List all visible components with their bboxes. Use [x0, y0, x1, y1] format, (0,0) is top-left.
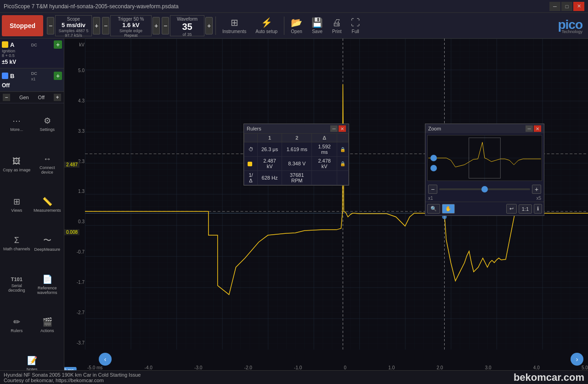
waveform-plus-button[interactable]: +	[205, 17, 213, 34]
pico-logo: pico Technology	[558, 17, 586, 34]
sidebar-tool-copy-image[interactable]: 🖼 Copy as image	[2, 143, 32, 185]
auto-setup-button[interactable]: ⚡ Auto setup	[252, 15, 281, 36]
zoom-scale-labels: x1 x5	[425, 196, 544, 202]
sidebar-tool-actions[interactable]: 🎬 Actions	[33, 306, 62, 344]
stopped-button[interactable]: Stopped	[2, 15, 43, 36]
channel-a-dc: DC	[31, 43, 37, 47]
channel-a-indicator	[2, 41, 8, 48]
channel-a-add-button[interactable]: +	[54, 40, 62, 49]
math-label: Math channels	[3, 247, 30, 251]
scope-minus-button[interactable]: −	[47, 17, 54, 34]
zoom-in-button[interactable]: +	[532, 185, 541, 194]
zoom-minimize-button[interactable]: ─	[526, 125, 533, 132]
sidebar-tool-deep[interactable]: 〜 DeepMeasure	[33, 224, 62, 262]
channel-b-range: Off	[2, 81, 62, 90]
save-label: Save	[312, 29, 322, 34]
zoom-info-button[interactable]: ℹ	[534, 204, 542, 214]
measurements-icon: 📏	[42, 197, 52, 207]
zoom-hand-button[interactable]: ✋	[442, 204, 455, 214]
x-label-neg5: -5.0 ms	[87, 365, 102, 370]
sidebar-tool-more[interactable]: ⋯ More...	[2, 105, 32, 142]
trigger-minus-button[interactable]: −	[102, 17, 109, 34]
x-label-3: 3.0	[485, 365, 492, 370]
zoom-left-handle[interactable]	[430, 155, 437, 161]
channel-b: B DC x1 + Off	[0, 68, 64, 92]
sidebar-tool-settings[interactable]: ⚙ Settings	[33, 105, 62, 142]
nav-arrow-right[interactable]: ›	[571, 353, 583, 366]
zoom-close-button[interactable]: ✕	[534, 125, 541, 132]
x-label-5: 5.0	[582, 365, 588, 370]
minimize-button[interactable]: ─	[549, 2, 560, 11]
trigger-plus-button[interactable]: +	[153, 17, 160, 34]
status-text: Hyundai NF Sonata 2005 190K km Car in Co…	[4, 372, 514, 383]
sidebar-tool-reference[interactable]: 📄 Reference waveforms	[33, 264, 62, 305]
sidebar-tool-rulers[interactable]: ✏ Rulers	[2, 306, 32, 344]
x-label-neg2: -2.0	[244, 365, 252, 370]
rulers-col0	[244, 134, 258, 142]
sidebar-tool-math[interactable]: Σ Math channels	[2, 224, 32, 262]
zoom-bottom-handle[interactable]	[430, 165, 437, 171]
auto-setup-label: Auto setup	[255, 29, 277, 34]
rulers-row1-col1: 26.3 μs	[258, 142, 282, 157]
full-button[interactable]: ⛶ Full	[347, 15, 364, 36]
instruments-button[interactable]: ⊞ Instruments	[219, 15, 250, 36]
rulers-row2-col1: 2.487 kV	[258, 157, 282, 171]
sidebar-tool-serial[interactable]: T101 Serial decoding	[2, 264, 32, 305]
deep-icon: 〜	[43, 235, 51, 246]
sidebar-tool-measurements[interactable]: 📏 Measurements	[33, 186, 62, 223]
rulers-titlebar[interactable]: Rulers ─ ✕	[244, 124, 349, 133]
trigger-group: Trigger 50 % 1.6 kV Simple edge Repeat	[110, 15, 152, 36]
rulers-title: Rulers	[247, 126, 261, 131]
zoom-reset-button[interactable]: 1:1	[519, 204, 532, 214]
gen-label: Gen	[19, 95, 29, 100]
more-icon: ⋯	[12, 116, 21, 126]
zoom-x5-label: x5	[536, 196, 541, 201]
close-button[interactable]: ✕	[573, 2, 584, 11]
auto-setup-icon: ⚡	[261, 17, 272, 28]
reference-label: Reference waveforms	[34, 286, 62, 295]
scope-control: − Scope 5 ms/div Samples 4887 5 97.7 kS/…	[47, 15, 100, 36]
save-button[interactable]: 💾 Save	[308, 15, 327, 36]
rulers-row2-col2: 8.348 V	[282, 157, 312, 171]
rulers-row1-col2: 1.619 ms	[282, 142, 312, 157]
channel-b-add-button[interactable]: +	[54, 72, 62, 80]
rulers-row3: 1/Δ 628 Hz 37681 RPM	[244, 171, 349, 185]
open-button[interactable]: 📂 Open	[287, 15, 306, 36]
nav-arrow-left[interactable]: ‹	[99, 353, 112, 366]
print-button[interactable]: 🖨 Print	[328, 15, 345, 36]
zoom-undo-button[interactable]: ↩	[506, 204, 517, 214]
zoom-toolbar: 🔍 ✋ ↩ 1:1 ℹ	[425, 202, 544, 215]
zoom-preview	[427, 135, 542, 181]
maximize-button[interactable]: □	[561, 2, 572, 11]
rulers-row2-delta: 2.478 kV	[312, 157, 337, 171]
gen-minus-button[interactable]: −	[3, 94, 10, 101]
waveform-control: − Waveform 35 of 35 +	[162, 15, 213, 36]
main-area: A DC + Ignition 8 + 0.5 ±5 kV B	[0, 39, 588, 384]
rulers-close-button[interactable]: ✕	[339, 125, 346, 132]
deep-label: DeepMeasure	[34, 247, 60, 252]
rulers-minimize-button[interactable]: ─	[330, 125, 338, 132]
channel-b-info: DC x1	[31, 70, 37, 81]
sidebar-tool-connect[interactable]: ↔ Connect device	[33, 143, 62, 185]
rulers-row2-lock: 🔒	[337, 157, 348, 171]
window-title: PicoScope 7 T&M hyundai-nf-sonata-2005-s…	[4, 3, 549, 10]
channel-a-row: A	[2, 41, 14, 48]
notes-icon: 📝	[27, 356, 37, 366]
actions-icon: 🎬	[42, 317, 52, 327]
zoom-slider-track[interactable]	[439, 188, 530, 190]
waveform-minus-button[interactable]: −	[162, 17, 169, 34]
zoom-titlebar[interactable]: Zoom ─ ✕	[425, 124, 544, 133]
zoom-glass-button[interactable]: 🔍	[427, 204, 440, 214]
settings-icon: ⚙	[44, 116, 51, 126]
more-label: More...	[10, 127, 23, 132]
y-label-03: 0.3	[65, 219, 86, 224]
sidebar-tool-views[interactable]: ⊞ Views	[2, 186, 32, 223]
rulers-row3-col2: 628 Hz	[258, 171, 282, 185]
gen-plus-button[interactable]: +	[54, 94, 61, 101]
scope-plus-button[interactable]: +	[93, 17, 100, 34]
rulers-label: Rulers	[11, 328, 23, 333]
x-label-4: 4.0	[533, 365, 540, 370]
zoom-out-button[interactable]: −	[428, 185, 437, 194]
y-label-neg37: -3.7	[65, 340, 86, 345]
connect-icon: ↔	[43, 154, 51, 164]
